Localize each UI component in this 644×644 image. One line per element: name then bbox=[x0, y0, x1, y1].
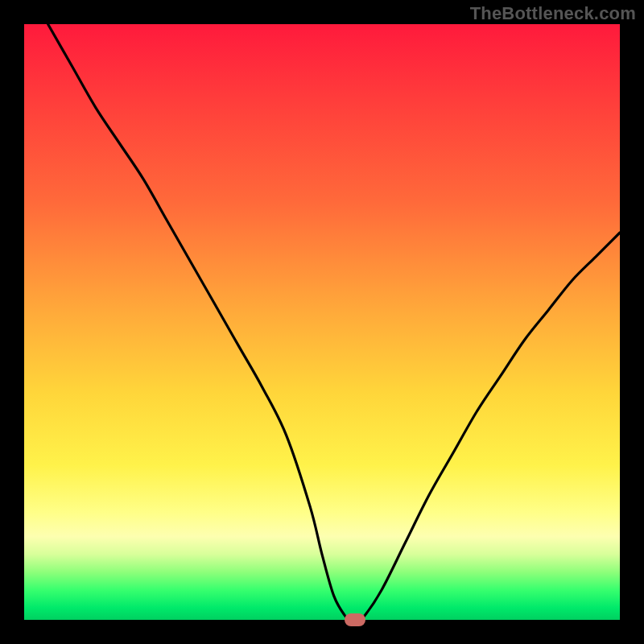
watermark-text: TheBottleneck.com bbox=[470, 3, 636, 24]
chart-container: TheBottleneck.com bbox=[0, 0, 644, 644]
plot-area bbox=[24, 24, 620, 620]
minimum-marker bbox=[345, 613, 365, 626]
bottleneck-curve bbox=[24, 24, 620, 620]
